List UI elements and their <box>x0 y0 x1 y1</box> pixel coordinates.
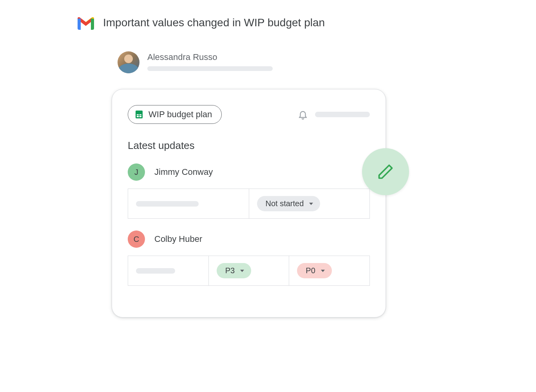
bell-icon[interactable] <box>298 109 308 120</box>
person-name: Colby Huber <box>154 234 202 244</box>
priority-label: P0 <box>306 266 315 275</box>
text-placeholder <box>136 268 175 274</box>
edit-fab[interactable] <box>362 148 409 195</box>
table-cell <box>128 189 249 218</box>
update-block: C Colby Huber P3 P0 <box>128 230 370 286</box>
gmail-icon <box>76 16 95 30</box>
sender-avatar[interactable] <box>118 51 139 73</box>
table-cell: P3 <box>209 256 290 285</box>
email-header: Important values changed in WIP budget p… <box>76 16 429 30</box>
sender-row: Alessandra Russo <box>118 51 429 73</box>
priority-chip[interactable]: P3 <box>217 263 251 278</box>
chevron-down-icon <box>321 270 325 272</box>
status-label: Not started <box>266 199 304 208</box>
text-placeholder <box>136 201 199 207</box>
table-cell <box>128 256 209 285</box>
status-chip[interactable]: Not started <box>257 196 321 211</box>
file-chip[interactable]: WIP budget plan <box>128 105 222 124</box>
text-placeholder <box>147 66 273 71</box>
priority-label: P3 <box>225 266 235 275</box>
svg-rect-4 <box>139 114 139 117</box>
priority-chip[interactable]: P0 <box>297 263 331 278</box>
table-cell: P0 <box>289 256 369 285</box>
table-cell: Not started <box>249 189 370 218</box>
chevron-down-icon <box>309 203 313 205</box>
update-block: J Jimmy Conway Not started <box>128 163 370 219</box>
file-name: WIP budget plan <box>148 109 212 120</box>
person-initial-badge: J <box>128 163 145 181</box>
email-subject: Important values changed in WIP budget p… <box>103 16 325 29</box>
person-initial-badge: C <box>128 230 145 248</box>
sheets-icon <box>134 110 144 119</box>
sender-name: Alessandra Russo <box>147 52 273 62</box>
update-row: P3 P0 <box>128 256 370 286</box>
chevron-down-icon <box>240 270 244 272</box>
pencil-icon <box>377 163 394 180</box>
person-name: Jimmy Conway <box>154 167 213 177</box>
update-row: Not started <box>128 189 370 219</box>
text-placeholder <box>315 112 370 117</box>
section-title: Latest updates <box>128 140 370 152</box>
notification-card: WIP budget plan Latest updates J Jimmy C… <box>112 89 386 318</box>
